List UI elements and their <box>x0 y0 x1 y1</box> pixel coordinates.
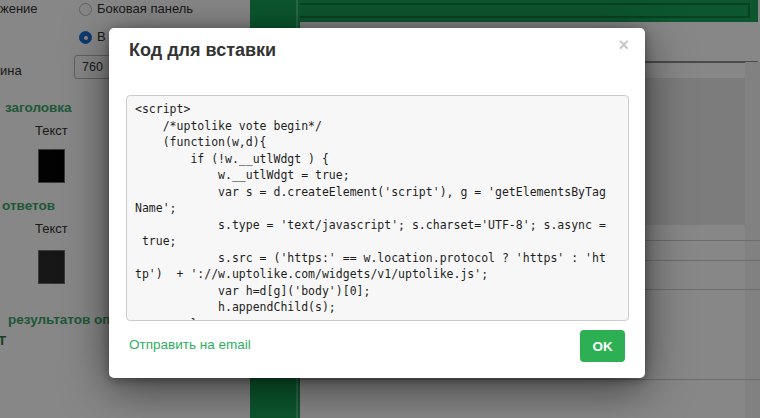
embed-code-block[interactable]: <script> /*uptolike vote begin*/ (functi… <box>126 95 629 321</box>
embed-code-modal: Код для вставки × <script> /*uptolike vo… <box>109 28 645 378</box>
ok-button[interactable]: OK <box>580 330 625 362</box>
page: жение Боковая панель В ина 760 заголовка… <box>0 0 760 418</box>
modal-title: Код для вставки <box>129 40 276 61</box>
send-email-link[interactable]: Отправить на email <box>129 337 251 352</box>
close-icon[interactable]: × <box>618 36 629 54</box>
